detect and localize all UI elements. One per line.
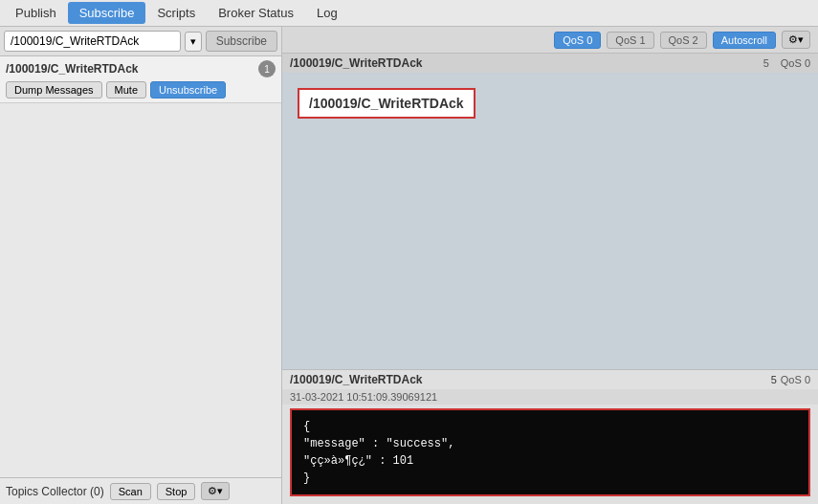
qos2-button[interactable]: QoS 2 [660,32,707,49]
message-timestamp-row: 31-03-2021 10:51:09.39069121 [282,389,818,405]
right-gear-icon: ⚙ [788,33,798,45]
tab-subscribe[interactable]: Subscribe [68,2,146,24]
tab-log[interactable]: Log [305,2,349,24]
topic-dropdown-button[interactable]: ▾ [185,32,202,52]
right-count-qos: 5 QoS 0 [763,57,810,69]
top-navigation: Publish Subscribe Scripts Broker Status … [0,0,818,27]
topics-collector-label: Topics Collector (0) [6,485,104,498]
left-content-area [0,103,281,477]
topics-collector-section: Topics Collector (0) Scan Stop ⚙▾ [0,477,281,504]
topic-input[interactable] [4,31,181,52]
message-line-1: { [303,418,797,435]
tab-publish[interactable]: Publish [4,2,68,24]
subscription-item: /100019/C_WriteRTDAck 1 Dump Messages Mu… [0,56,281,103]
collector-gear-button[interactable]: ⚙▾ [201,482,230,500]
subscribe-button[interactable]: Subscribe [206,31,277,52]
right-gear-button[interactable]: ⚙▾ [782,31,810,49]
right-controls-row: QoS 0 QoS 1 QoS 2 Autoscroll ⚙▾ [282,27,818,54]
autoscroll-button[interactable]: Autoscroll [713,32,776,49]
qos0-button[interactable]: QoS 0 [554,32,601,49]
message-qos-info: 5 QoS 0 [771,373,810,386]
message-line-4: } [303,470,797,487]
collector-dropdown-icon: ▾ [217,485,223,496]
tab-scripts[interactable]: Scripts [145,2,207,24]
dump-messages-button[interactable]: Dump Messages [6,81,102,99]
scan-button[interactable]: Scan [110,483,151,500]
message-content-area: { "message" : "success", "çç»à»¶ç¿" : 10… [290,408,810,496]
tab-broker-status[interactable]: Broker Status [207,2,305,24]
message-item-header: /100019/C_WriteRTDAck 5 QoS 0 [282,370,818,389]
right-qos-label: QoS 0 [781,57,810,69]
right-msg-count: 5 [763,57,769,69]
message-count: 5 [771,374,777,385]
left-panel: ▾ Subscribe /100019/C_WriteRTDAck 1 Dump… [0,27,282,504]
stop-button[interactable]: Stop [157,483,196,500]
subscribe-input-row: ▾ Subscribe [0,27,281,56]
message-line-3: "çç»à»¶ç¿" : 101 [303,452,797,470]
right-info-bar: /100019/C_WriteRTDAck 5 QoS 0 [282,54,818,73]
subscription-topic-label: /100019/C_WriteRTDAck [6,62,139,76]
subscription-header: /100019/C_WriteRTDAck 1 [6,60,276,77]
subscription-actions: Dump Messages Mute Unsubscribe [6,81,276,99]
message-line-2: "message" : "success", [303,435,797,452]
message-topic-label: /100019/C_WriteRTDAck [290,373,423,386]
mute-button[interactable]: Mute [106,81,146,99]
subscription-count-badge: 1 [258,60,276,77]
qos1-button[interactable]: QoS 1 [607,32,653,49]
right-panel: QoS 0 QoS 1 QoS 2 Autoscroll ⚙▾ /100019/… [282,27,818,504]
collector-gear-icon: ⚙ [208,485,217,496]
main-layout: ▾ Subscribe /100019/C_WriteRTDAck 1 Dump… [0,27,818,504]
right-dropdown-icon: ▾ [798,33,804,45]
message-qos-label: QoS 0 [781,374,810,385]
message-timestamp: 31-03-2021 10:51:09.39069121 [290,391,437,403]
topic-display-container: /100019/C_WriteRTDAck 5 QoS 0 /100019/C_… [282,54,818,369]
topic-header-wrapper: /100019/C_WriteRTDAck [282,77,818,130]
topic-header-box: /100019/C_WriteRTDAck [298,88,475,119]
message-item: /100019/C_WriteRTDAck 5 QoS 0 31-03-2021… [282,369,818,504]
right-topic-name: /100019/C_WriteRTDAck [290,56,423,70]
unsubscribe-button[interactable]: Unsubscribe [150,81,226,99]
